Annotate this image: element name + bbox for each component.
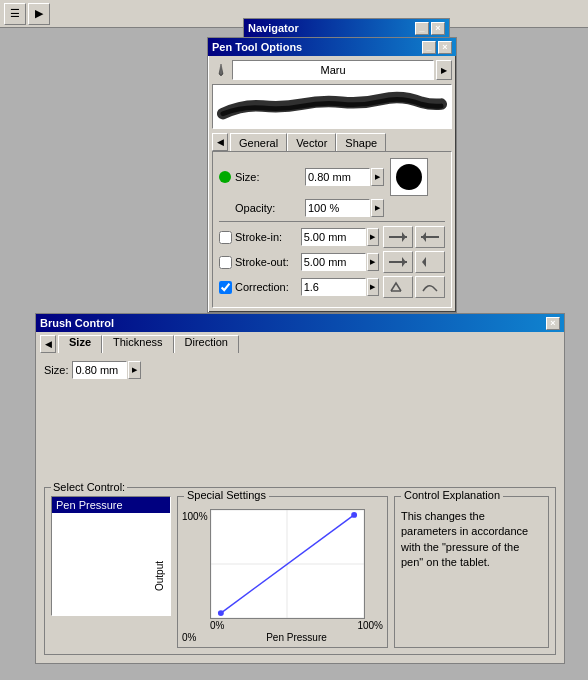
correction-input[interactable] — [301, 278, 366, 296]
svg-point-18 — [218, 610, 224, 616]
graph-0-label: 0% — [182, 632, 196, 643]
pen-name-input[interactable] — [232, 60, 434, 80]
toolbar-icon-1: ☰ — [10, 7, 20, 20]
graph-x-100-label: 100% — [357, 620, 383, 631]
navigator-title: Navigator — [248, 22, 299, 34]
svg-point-19 — [351, 512, 357, 518]
graph-container: 100% 0% Output — [182, 509, 383, 643]
brush-size-input[interactable] — [72, 361, 127, 379]
select-control-label: Select Control: — [51, 481, 127, 493]
special-settings-panel: Special Settings 100% 0% Output — [177, 496, 388, 648]
pen-tool-content: ▶ ◀ General Vector Shape — [208, 56, 456, 312]
correction-arrow-btn[interactable]: ▶ — [367, 278, 379, 296]
bottom-panels: Pen Pressure Special Settings 100% 0% Ou… — [51, 496, 549, 648]
pen-tool-tab-content: Size: ▶ Opacity: ▶ Stroke-i — [212, 151, 452, 308]
stroke-in-checkbox[interactable] — [219, 231, 232, 244]
special-settings-title: Special Settings — [184, 489, 269, 501]
pen-tool-window: Pen Tool Options _ × ▶ ◀ — [207, 37, 457, 313]
opacity-row: Opacity: ▶ — [219, 199, 445, 217]
correction-row: Correction: ▶ — [219, 276, 445, 298]
pen-name-bar: ▶ — [212, 60, 452, 80]
graph-output-label: Output — [154, 561, 165, 591]
navigator-close-btn[interactable]: × — [431, 22, 445, 35]
svg-marker-7 — [402, 257, 406, 267]
navigator-window-buttons: _ × — [415, 22, 445, 35]
stroke-out-input[interactable] — [301, 253, 366, 271]
brush-control-window-buttons: × — [546, 317, 560, 330]
opacity-label: Opacity: — [235, 202, 305, 214]
correction-checkbox[interactable] — [219, 281, 232, 294]
brush-tabs-bar: ◀ Size Thickness Direction — [36, 332, 564, 353]
brush-tab-direction[interactable]: Direction — [174, 335, 239, 353]
brush-tab-thickness[interactable]: Thickness — [102, 335, 174, 353]
svg-marker-8 — [422, 257, 426, 267]
size-arrow-btn[interactable]: ▶ — [371, 168, 384, 186]
svg-marker-5 — [422, 232, 426, 242]
graph-100-label: 100% — [182, 511, 208, 522]
brush-size-label: Size: — [44, 364, 68, 376]
navigator-min-btn[interactable]: _ — [415, 22, 429, 35]
size-input[interactable] — [305, 168, 370, 186]
pen-pressure-list[interactable]: Pen Pressure — [51, 496, 171, 616]
size-label: Size: — [235, 171, 305, 183]
pen-tool-title-bar: Pen Tool Options _ × — [208, 38, 456, 56]
graph-inner: 0% 100% Pen Pressure — [210, 509, 383, 643]
svg-marker-3 — [402, 232, 406, 242]
navigator-title-bar: Navigator _ × — [244, 19, 449, 37]
correction-action-btn-1[interactable] — [383, 276, 413, 298]
control-explanation-title: Control Explanation — [401, 489, 503, 501]
select-control-section: Select Control: Pen Pressure Special Set… — [44, 487, 556, 655]
tab-scroll-arrow[interactable]: ◀ — [212, 133, 228, 151]
brush-control-content: Size: ▶ Select Control: Pen Pressure Spe… — [36, 353, 564, 663]
tab-general[interactable]: General — [230, 133, 287, 151]
correction-action-btn-2[interactable] — [415, 276, 445, 298]
stroke-out-row: Stroke-out: ▶ — [219, 251, 445, 273]
stroke-out-label: Stroke-out: — [235, 256, 301, 268]
tab-shape[interactable]: Shape — [336, 133, 386, 151]
brush-circle-preview — [390, 158, 428, 196]
toolbar-icon-2: ▶ — [35, 7, 43, 20]
explanation-text: This changes the parameters in accordanc… — [401, 509, 542, 571]
pen-tool-min-btn[interactable]: _ — [422, 41, 436, 54]
toolbar-btn-2[interactable]: ▶ — [28, 3, 50, 25]
graph-area — [210, 509, 365, 619]
size-indicator — [219, 171, 231, 183]
size-row: Size: ▶ — [219, 158, 445, 196]
stroke-in-arrow-btn[interactable]: ▶ — [367, 228, 379, 246]
stroke-in-label: Stroke-in: — [235, 231, 301, 243]
opacity-arrow-btn[interactable]: ▶ — [371, 199, 384, 217]
stroke-out-action-btn-1[interactable] — [383, 251, 413, 273]
stroke-in-action-btn-1[interactable] — [383, 226, 413, 248]
brush-size-row: Size: ▶ — [44, 361, 556, 379]
correction-label: Correction: — [235, 281, 301, 293]
brush-control-window: Brush Control × ◀ Size Thickness Directi… — [35, 313, 565, 664]
stroke-out-arrow-btn[interactable]: ▶ — [367, 253, 379, 271]
stroke-in-action-btn-2[interactable] — [415, 226, 445, 248]
brush-control-close-btn[interactable]: × — [546, 317, 560, 330]
brush-tab-size[interactable]: Size — [58, 335, 102, 353]
brush-control-title: Brush Control — [40, 317, 114, 329]
opacity-input[interactable] — [305, 199, 370, 217]
brush-spacer — [44, 387, 556, 487]
pen-name-arrow-btn[interactable]: ▶ — [436, 60, 452, 80]
pen-pressure-item[interactable]: Pen Pressure — [52, 497, 170, 513]
navigator-window: Navigator _ × — [243, 18, 450, 38]
brush-tab-arrow[interactable]: ◀ — [40, 335, 56, 353]
pen-tool-window-buttons: _ × — [422, 41, 452, 54]
graph-x-0-label: 0% — [210, 620, 224, 631]
graph-x-labels: 0% 100% — [210, 620, 383, 631]
stroke-in-row: Stroke-in: ▶ — [219, 226, 445, 248]
stroke-out-checkbox[interactable] — [219, 256, 232, 269]
graph-x-title: Pen Pressure — [210, 632, 383, 643]
pen-icon — [212, 61, 230, 79]
brush-control-title-bar: Brush Control × — [36, 314, 564, 332]
pen-tool-tabs-bar: ◀ General Vector Shape — [212, 133, 452, 151]
brush-circle-inner — [396, 164, 422, 190]
tab-vector[interactable]: Vector — [287, 133, 336, 151]
brush-size-arrow-btn[interactable]: ▶ — [128, 361, 141, 379]
toolbar-btn-1[interactable]: ☰ — [4, 3, 26, 25]
stroke-out-action-btn-2[interactable] — [415, 251, 445, 273]
pen-tool-close-btn[interactable]: × — [438, 41, 452, 54]
control-explanation-panel: Control Explanation This changes the par… — [394, 496, 549, 648]
stroke-in-input[interactable] — [301, 228, 366, 246]
